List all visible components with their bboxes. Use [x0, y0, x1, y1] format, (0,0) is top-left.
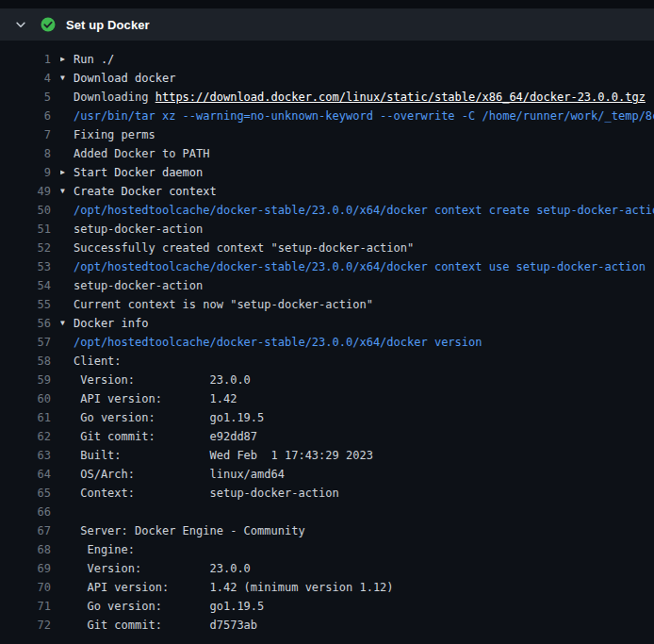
line-text: Successfully created context "setup-dock…: [74, 241, 414, 255]
line-number[interactable]: 54: [0, 276, 51, 295]
line-number[interactable]: 60: [0, 389, 51, 408]
line-text: Git commit: e92dd87: [74, 430, 257, 443]
line-number[interactable]: 5: [0, 88, 51, 107]
log-text-segment: Added Docker to PATH: [74, 147, 210, 160]
log-text-segment: Fixing perms: [74, 128, 155, 141]
log-line: 68 Engine:: [0, 540, 654, 559]
line-number[interactable]: 63: [0, 446, 51, 465]
log-text-segment: Git commit: d7573ab: [74, 619, 257, 632]
line-number[interactable]: 1: [0, 50, 51, 69]
line-number[interactable]: 9: [0, 163, 51, 182]
line-text: /opt/hostedtoolcache/docker-stable/23.0.…: [74, 260, 646, 273]
line-number[interactable]: 65: [0, 484, 51, 503]
log-line: 50 /opt/hostedtoolcache/docker-stable/23…: [0, 201, 654, 220]
success-check-icon: [41, 17, 56, 32]
group-arrow-expanded-icon[interactable]: ▼: [60, 314, 74, 333]
line-content: Go version: go1.19.5: [60, 408, 654, 427]
log-line: 53 /opt/hostedtoolcache/docker-stable/23…: [0, 257, 654, 276]
line-number[interactable]: 53: [0, 257, 51, 276]
line-text: Client:: [74, 355, 122, 368]
line-text: Version: 23.0.0: [74, 562, 251, 575]
log-link[interactable]: https://download.docker.com/linux/static…: [155, 91, 646, 104]
line-content: Client:: [60, 352, 654, 371]
log-line: 51 setup-docker-action: [0, 220, 654, 239]
log-text-segment: /opt/hostedtoolcache/docker-stable/23.0.…: [74, 336, 482, 349]
log-line: 57 /opt/hostedtoolcache/docker-stable/23…: [0, 333, 654, 352]
line-text: Built: Wed Feb 1 17:43:29 2023: [74, 449, 373, 462]
line-text: /usr/bin/tar xz --warning=no-unknown-key…: [74, 109, 654, 123]
line-text: Engine:: [74, 543, 135, 556]
log-line: 54 setup-docker-action: [0, 276, 654, 295]
line-number[interactable]: 4: [0, 69, 51, 88]
line-number[interactable]: 64: [0, 465, 51, 484]
line-number[interactable]: 51: [0, 220, 51, 239]
line-content: setup-docker-action: [60, 276, 654, 295]
log-text-segment: OS/Arch: linux/amd64: [74, 468, 285, 481]
log-line: 55 Current context is now "setup-docker-…: [0, 295, 654, 314]
line-number[interactable]: 68: [0, 540, 51, 559]
log-line: 61 Go version: go1.19.5: [0, 408, 654, 427]
log-line: 65 Context: setup-docker-action: [0, 484, 654, 503]
step-title: Set up Docker: [66, 18, 150, 32]
line-number[interactable]: 67: [0, 521, 51, 540]
line-number[interactable]: 6: [0, 107, 51, 125]
log-text-segment: Context: setup-docker-action: [74, 487, 339, 500]
group-arrow-expanded-icon[interactable]: ▼: [60, 69, 74, 88]
line-number[interactable]: 69: [0, 559, 51, 578]
line-number[interactable]: 66: [0, 503, 51, 521]
line-text: Go version: go1.19.5: [74, 411, 264, 424]
log-line: 9 ▶Start Docker daemon: [0, 163, 654, 182]
line-number[interactable]: 70: [0, 578, 51, 597]
log-text-segment: Built: Wed Feb 1 17:43:29 2023: [74, 449, 373, 462]
log-line: 64 OS/Arch: linux/amd64: [0, 465, 654, 484]
chevron-down-icon[interactable]: [13, 17, 28, 32]
line-number[interactable]: 61: [0, 408, 51, 427]
log-line: 70 API version: 1.42 (minimum version 1.…: [0, 578, 654, 597]
line-number[interactable]: 52: [0, 239, 51, 257]
line-content: API version: 1.42: [60, 389, 654, 408]
log-text-segment: Client:: [74, 355, 122, 368]
log-text-segment: setup-docker-action: [74, 279, 203, 292]
line-number[interactable]: 57: [0, 333, 51, 352]
log-text-segment: Server: Docker Engine - Community: [74, 524, 305, 537]
line-text: Added Docker to PATH: [74, 147, 210, 160]
line-text: setup-docker-action: [74, 223, 203, 236]
group-arrow-collapsed-icon[interactable]: ▶: [60, 50, 74, 69]
line-text: /opt/hostedtoolcache/docker-stable/23.0.…: [74, 204, 654, 217]
line-text: Run ./: [74, 53, 114, 66]
line-text: Server: Docker Engine - Community: [74, 524, 305, 537]
log-line: 58 Client:: [0, 352, 654, 371]
log-text-segment: Start Docker daemon: [74, 166, 203, 179]
log-line: 56 ▼Docker info: [0, 314, 654, 333]
line-text: Downloading https://download.docker.com/…: [74, 91, 646, 104]
line-number[interactable]: 58: [0, 352, 51, 371]
log-line: 71 Go version: go1.19.5: [0, 597, 654, 616]
log-text-segment: API version: 1.42 (minimum version 1.12): [74, 581, 394, 594]
log-line: 6 /usr/bin/tar xz --warning=no-unknown-k…: [0, 107, 654, 125]
line-text: OS/Arch: linux/amd64: [74, 468, 285, 481]
log-line: 66: [0, 503, 654, 521]
line-number[interactable]: 50: [0, 201, 51, 220]
step-header[interactable]: Set up Docker: [0, 8, 654, 41]
line-content: Server: Docker Engine - Community: [60, 521, 654, 540]
line-number[interactable]: 72: [0, 616, 51, 635]
group-arrow-expanded-icon[interactable]: ▼: [60, 182, 74, 201]
line-number[interactable]: 56: [0, 314, 51, 333]
line-number[interactable]: 8: [0, 144, 51, 163]
group-arrow-collapsed-icon[interactable]: ▶: [60, 163, 74, 182]
line-number[interactable]: 7: [0, 125, 51, 144]
line-number[interactable]: 49: [0, 182, 51, 201]
line-content: Added Docker to PATH: [60, 144, 654, 163]
line-text: Fixing perms: [74, 128, 155, 141]
line-text: Git commit: d7573ab: [74, 619, 257, 632]
line-number[interactable]: 62: [0, 427, 51, 446]
line-number[interactable]: 55: [0, 295, 51, 314]
log-line: 69 Version: 23.0.0: [0, 559, 654, 578]
line-content: OS/Arch: linux/amd64: [60, 465, 654, 484]
line-number[interactable]: 59: [0, 371, 51, 389]
log-text-segment: Go version: go1.19.5: [74, 600, 264, 613]
log-line: 62 Git commit: e92dd87: [0, 427, 654, 446]
log-text-segment: Successfully created context "setup-dock…: [74, 241, 414, 255]
line-content: API version: 1.42 (minimum version 1.12): [60, 578, 654, 597]
line-number[interactable]: 71: [0, 597, 51, 616]
